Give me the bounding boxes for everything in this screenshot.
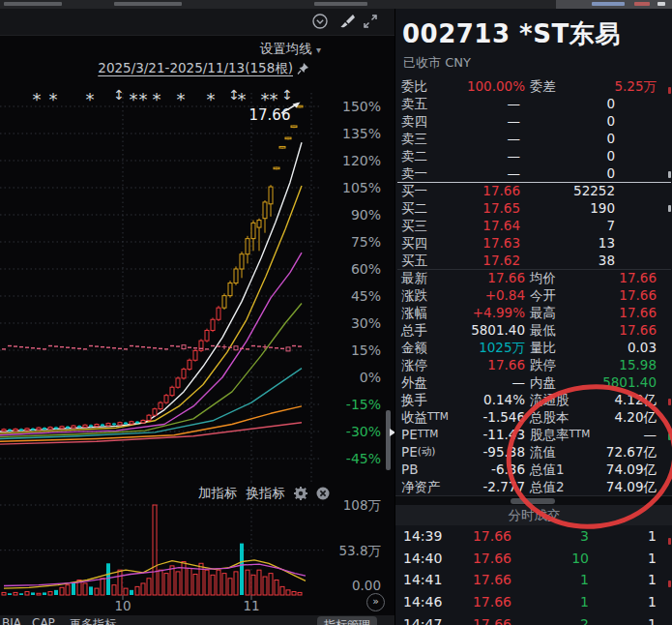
svg-text:105%: 105%	[342, 180, 381, 195]
stat-row: 净资产-2.777总值274.09亿	[395, 478, 672, 495]
svg-text:135%: 135%	[342, 126, 381, 141]
quote-panel: 002713 *ST东易 已收市 CNY 委比100.00%委差5.25万卖五—…	[394, 9, 672, 625]
svg-text:90%: 90%	[351, 207, 381, 223]
last-price-label: 17.66	[249, 106, 291, 124]
svg-text:-15%: -15%	[346, 397, 381, 412]
ask-row[interactable]: 卖二—0	[395, 147, 672, 164]
indicator-tab-bar: BIA CAP 更多指标 指标管理	[0, 615, 394, 625]
stat-row: 最新17.66均价17.66	[395, 269, 672, 286]
stat-row: 外盘—内盘5801.40	[395, 373, 672, 391]
svg-text:45%: 45%	[351, 288, 381, 304]
edge-clipped-content	[668, 87, 671, 94]
svg-text:↕: ↕	[281, 87, 293, 103]
svg-text:*: *	[139, 89, 148, 109]
svg-text:0%: 0%	[360, 370, 381, 385]
edge-clipped-content	[668, 538, 671, 545]
edge-clipped-content	[668, 171, 671, 178]
svg-text:*: *	[153, 89, 161, 109]
svg-text:53.8万: 53.8万	[338, 543, 381, 558]
svg-text:60%: 60%	[351, 261, 381, 277]
svg-text:108万: 108万	[343, 497, 381, 513]
tape-header: 分时成交	[395, 505, 672, 525]
ask-row[interactable]: 卖一—0	[395, 164, 672, 182]
stat-row: 涨停17.66跌停15.98	[395, 356, 672, 373]
main-kline-chart[interactable]: 150%135%120%105%90%75%60%45%30%15%0%-15%…	[0, 35, 394, 482]
svg-text:150%: 150%	[342, 99, 381, 114]
svg-text:11: 11	[243, 598, 259, 613]
svg-text:*: *	[130, 89, 138, 109]
weibi-row: 委比100.00%委差5.25万	[395, 77, 672, 95]
tape-list: 14:3917.663114:4017.6610114:4117.661114:…	[395, 525, 672, 625]
svg-text:0.00: 0.00	[352, 578, 381, 593]
stock-app-window: 设置均线 ▾ 2025/3/21-2025/11/13(158根) 150%13…	[0, 0, 672, 625]
refresh-interval-icon[interactable]	[311, 13, 329, 30]
tape-row: 14:4117.6611	[395, 569, 672, 591]
svg-text:30%: 30%	[351, 315, 381, 331]
edge-clipped-content	[668, 580, 671, 587]
panel-hscrollbar-thumb[interactable]	[511, 498, 555, 504]
svg-text:↕: ↕	[113, 87, 125, 103]
chart-scrollbar-thumb[interactable]	[386, 410, 391, 470]
ask-row[interactable]: 卖五—0	[395, 95, 672, 112]
indicator-tab[interactable]: CAP	[32, 616, 55, 625]
volume-pane-chart[interactable]: 108万53.8万0.001011	[0, 482, 394, 615]
bid-row[interactable]: 买五17.6238	[395, 252, 672, 269]
svg-text:120%: 120%	[342, 153, 381, 168]
clipped-browser-tab-strip	[0, 0, 672, 9]
edge-clipped-content	[668, 399, 671, 405]
stat-row: 涨幅+4.99%最高17.66	[395, 304, 672, 321]
stat-row: 涨跌+0.84今开17.66	[395, 286, 672, 304]
tape-row: 14:4617.6611	[395, 591, 672, 613]
svg-text:15%: 15%	[351, 342, 381, 358]
indicator-manage-button[interactable]: 指标管理	[317, 616, 377, 625]
stat-row: PE TTM-11.43股息率TTM—	[395, 426, 672, 443]
market-status: 已收市 CNY	[403, 54, 471, 72]
svg-text:10: 10	[114, 598, 131, 613]
stat-row: PB-6.36总值174.09亿	[395, 461, 672, 478]
stat-row: 收益TTM-1.546总股本4.20亿	[395, 408, 672, 426]
stock-title: 002713 *ST东易	[402, 17, 621, 51]
edge-clipped-content	[668, 433, 671, 440]
tape-row: 14:4017.66101	[395, 548, 672, 570]
bid-row[interactable]: 买四17.6313	[395, 234, 672, 252]
tape-row: 14:4717.6621	[395, 613, 672, 625]
bid-row[interactable]: 买三17.647	[395, 217, 672, 234]
bid-row[interactable]: 买二17.65190	[395, 199, 672, 217]
svg-text:*: *	[238, 89, 247, 109]
ask-row[interactable]: 卖四—0	[395, 112, 672, 130]
stat-row: 金额1025万量比0.03	[395, 339, 672, 356]
bid-row[interactable]: 买一17.6652252	[395, 182, 672, 199]
svg-text:-45%: -45%	[346, 451, 381, 466]
svg-text:*: *	[49, 89, 58, 109]
stat-row: 换手0.14%流通股4.12亿	[395, 391, 672, 408]
tape-row: 14:3917.6631	[395, 525, 672, 548]
edge-clipped-content	[668, 205, 671, 212]
svg-text:75%: 75%	[351, 234, 381, 250]
stock-name: *ST东易	[519, 19, 621, 48]
orderbook-divider	[397, 182, 671, 183]
stat-row: PE (动)-95.38流值72.67亿	[395, 443, 672, 461]
svg-text:-30%: -30%	[346, 424, 381, 439]
stock-code: 002713	[402, 19, 511, 48]
indicator-tab[interactable]: BIA	[2, 616, 21, 625]
expand-more-button[interactable]: »	[366, 593, 385, 611]
svg-text:*: *	[86, 89, 95, 109]
svg-text:*: *	[177, 89, 186, 109]
indicator-tab[interactable]: 更多指标	[70, 616, 116, 625]
fullscreen-icon[interactable]	[362, 13, 379, 30]
svg-text:*: *	[33, 89, 42, 109]
stat-row: 总手5801.40最低17.66	[395, 321, 672, 339]
svg-text:*: *	[207, 89, 216, 109]
bid-stats-divider	[397, 269, 671, 270]
ask-row[interactable]: 卖三—0	[395, 130, 672, 147]
brush-draw-icon[interactable]	[338, 13, 356, 30]
chart-toolbar	[0, 9, 394, 36]
